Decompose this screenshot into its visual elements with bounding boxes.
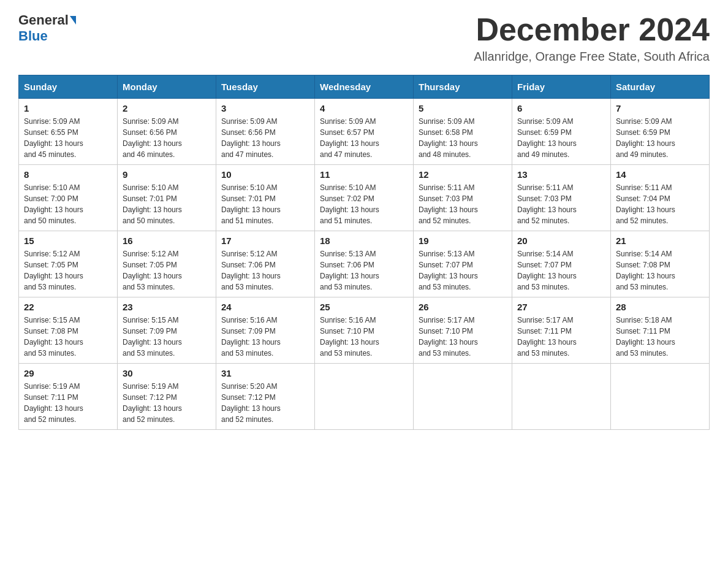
calendar-cell (611, 364, 710, 430)
calendar-cell: 6 Sunrise: 5:09 AM Sunset: 6:59 PM Dayli… (512, 99, 611, 165)
logo-triangle-icon (70, 16, 76, 25)
week-row-2: 8 Sunrise: 5:10 AM Sunset: 7:00 PM Dayli… (19, 165, 710, 231)
calendar-cell: 16 Sunrise: 5:12 AM Sunset: 7:05 PM Dayl… (118, 231, 216, 297)
day-number: 2 (123, 103, 211, 113)
header-tuesday: Tuesday (216, 75, 315, 99)
day-info: Sunrise: 5:13 AM Sunset: 7:07 PM Dayligh… (419, 248, 507, 293)
day-info: Sunrise: 5:14 AM Sunset: 7:08 PM Dayligh… (616, 248, 704, 293)
location-title: Allanridge, Orange Free State, South Afr… (474, 50, 710, 64)
calendar-cell: 24 Sunrise: 5:16 AM Sunset: 7:09 PM Dayl… (216, 297, 315, 364)
calendar-cell: 8 Sunrise: 5:10 AM Sunset: 7:00 PM Dayli… (19, 165, 118, 231)
calendar-cell: 9 Sunrise: 5:10 AM Sunset: 7:01 PM Dayli… (118, 165, 216, 231)
calendar-cell: 19 Sunrise: 5:13 AM Sunset: 7:07 PM Dayl… (414, 231, 512, 297)
calendar-cell: 7 Sunrise: 5:09 AM Sunset: 6:59 PM Dayli… (611, 99, 710, 165)
day-info: Sunrise: 5:15 AM Sunset: 7:09 PM Dayligh… (123, 315, 211, 359)
day-info: Sunrise: 5:12 AM Sunset: 7:05 PM Dayligh… (123, 248, 211, 293)
calendar-header-row: SundayMondayTuesdayWednesdayThursdayFrid… (19, 75, 710, 99)
day-number: 21 (616, 236, 704, 246)
calendar-cell: 4 Sunrise: 5:09 AM Sunset: 6:57 PM Dayli… (315, 99, 414, 165)
header-thursday: Thursday (414, 75, 512, 99)
day-info: Sunrise: 5:09 AM Sunset: 6:59 PM Dayligh… (517, 116, 605, 160)
day-number: 26 (419, 302, 507, 312)
week-row-5: 29 Sunrise: 5:19 AM Sunset: 7:11 PM Dayl… (19, 364, 710, 430)
calendar-cell: 1 Sunrise: 5:09 AM Sunset: 6:55 PM Dayli… (19, 99, 118, 165)
day-info: Sunrise: 5:09 AM Sunset: 6:57 PM Dayligh… (320, 116, 408, 160)
day-number: 4 (320, 103, 408, 113)
day-info: Sunrise: 5:09 AM Sunset: 6:56 PM Dayligh… (221, 116, 309, 160)
day-number: 14 (616, 169, 704, 180)
day-info: Sunrise: 5:11 AM Sunset: 7:04 PM Dayligh… (616, 182, 704, 226)
header-sunday: Sunday (19, 75, 118, 99)
month-title: December 2024 (474, 12, 710, 47)
calendar-cell: 13 Sunrise: 5:11 AM Sunset: 7:03 PM Dayl… (512, 165, 611, 231)
week-row-1: 1 Sunrise: 5:09 AM Sunset: 6:55 PM Dayli… (19, 99, 710, 165)
title-block: December 2024 Allanridge, Orange Free St… (474, 12, 710, 64)
day-number: 30 (123, 368, 211, 378)
day-number: 9 (123, 169, 211, 180)
calendar-cell (512, 364, 611, 430)
calendar-cell: 30 Sunrise: 5:19 AM Sunset: 7:12 PM Dayl… (118, 364, 216, 430)
day-number: 10 (221, 169, 309, 180)
day-number: 8 (24, 169, 112, 180)
day-number: 7 (616, 103, 704, 113)
calendar-cell: 20 Sunrise: 5:14 AM Sunset: 7:07 PM Dayl… (512, 231, 611, 297)
day-number: 18 (320, 236, 408, 246)
calendar-cell: 15 Sunrise: 5:12 AM Sunset: 7:05 PM Dayl… (19, 231, 118, 297)
day-info: Sunrise: 5:15 AM Sunset: 7:08 PM Dayligh… (24, 315, 112, 359)
calendar-cell: 5 Sunrise: 5:09 AM Sunset: 6:58 PM Dayli… (414, 99, 512, 165)
day-info: Sunrise: 5:09 AM Sunset: 6:55 PM Dayligh… (24, 116, 112, 160)
calendar-cell: 3 Sunrise: 5:09 AM Sunset: 6:56 PM Dayli… (216, 99, 315, 165)
day-info: Sunrise: 5:19 AM Sunset: 7:11 PM Dayligh… (24, 381, 112, 425)
calendar-cell: 31 Sunrise: 5:20 AM Sunset: 7:12 PM Dayl… (216, 364, 315, 430)
calendar-cell: 10 Sunrise: 5:10 AM Sunset: 7:01 PM Dayl… (216, 165, 315, 231)
header-wednesday: Wednesday (315, 75, 414, 99)
day-info: Sunrise: 5:09 AM Sunset: 6:58 PM Dayligh… (419, 116, 507, 160)
header-monday: Monday (118, 75, 216, 99)
logo: General Blue (18, 12, 77, 44)
calendar-cell: 18 Sunrise: 5:13 AM Sunset: 7:06 PM Dayl… (315, 231, 414, 297)
day-info: Sunrise: 5:16 AM Sunset: 7:10 PM Dayligh… (320, 315, 408, 359)
day-info: Sunrise: 5:12 AM Sunset: 7:05 PM Dayligh… (24, 248, 112, 293)
day-number: 11 (320, 169, 408, 180)
calendar-cell (414, 364, 512, 430)
day-number: 16 (123, 236, 211, 246)
day-number: 29 (24, 368, 112, 378)
day-info: Sunrise: 5:13 AM Sunset: 7:06 PM Dayligh… (320, 248, 408, 293)
day-number: 1 (24, 103, 112, 113)
calendar-cell: 28 Sunrise: 5:18 AM Sunset: 7:11 PM Dayl… (611, 297, 710, 364)
day-info: Sunrise: 5:10 AM Sunset: 7:02 PM Dayligh… (320, 182, 408, 226)
header-friday: Friday (512, 75, 611, 99)
day-info: Sunrise: 5:16 AM Sunset: 7:09 PM Dayligh… (221, 315, 309, 359)
calendar-cell: 12 Sunrise: 5:11 AM Sunset: 7:03 PM Dayl… (414, 165, 512, 231)
page-header: General Blue December 2024 Allanridge, O… (18, 12, 710, 64)
day-number: 20 (517, 236, 605, 246)
calendar-cell: 21 Sunrise: 5:14 AM Sunset: 7:08 PM Dayl… (611, 231, 710, 297)
day-info: Sunrise: 5:10 AM Sunset: 7:01 PM Dayligh… (221, 182, 309, 226)
day-number: 28 (616, 302, 704, 312)
day-number: 23 (123, 302, 211, 312)
day-info: Sunrise: 5:12 AM Sunset: 7:06 PM Dayligh… (221, 248, 309, 293)
day-info: Sunrise: 5:17 AM Sunset: 7:10 PM Dayligh… (419, 315, 507, 359)
day-number: 15 (24, 236, 112, 246)
calendar-cell: 17 Sunrise: 5:12 AM Sunset: 7:06 PM Dayl… (216, 231, 315, 297)
day-info: Sunrise: 5:17 AM Sunset: 7:11 PM Dayligh… (517, 315, 605, 359)
day-number: 27 (517, 302, 605, 312)
day-number: 31 (221, 368, 309, 378)
week-row-3: 15 Sunrise: 5:12 AM Sunset: 7:05 PM Dayl… (19, 231, 710, 297)
day-info: Sunrise: 5:19 AM Sunset: 7:12 PM Dayligh… (123, 381, 211, 425)
calendar-cell: 22 Sunrise: 5:15 AM Sunset: 7:08 PM Dayl… (19, 297, 118, 364)
day-number: 22 (24, 302, 112, 312)
day-info: Sunrise: 5:11 AM Sunset: 7:03 PM Dayligh… (419, 182, 507, 226)
calendar-cell: 26 Sunrise: 5:17 AM Sunset: 7:10 PM Dayl… (414, 297, 512, 364)
day-number: 12 (419, 169, 507, 180)
day-info: Sunrise: 5:09 AM Sunset: 6:56 PM Dayligh… (123, 116, 211, 160)
calendar-table: SundayMondayTuesdayWednesdayThursdayFrid… (18, 75, 710, 430)
day-number: 19 (419, 236, 507, 246)
day-number: 25 (320, 302, 408, 312)
calendar-cell: 23 Sunrise: 5:15 AM Sunset: 7:09 PM Dayl… (118, 297, 216, 364)
day-info: Sunrise: 5:10 AM Sunset: 7:01 PM Dayligh… (123, 182, 211, 226)
day-number: 13 (517, 169, 605, 180)
week-row-4: 22 Sunrise: 5:15 AM Sunset: 7:08 PM Dayl… (19, 297, 710, 364)
day-number: 3 (221, 103, 309, 113)
day-number: 5 (419, 103, 507, 113)
